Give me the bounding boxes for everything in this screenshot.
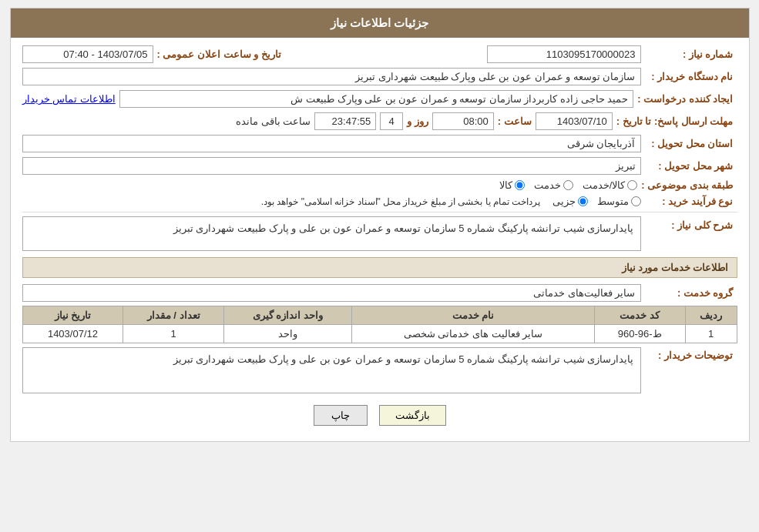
roz-value: 4 xyxy=(380,112,403,130)
separator-1 xyxy=(22,212,737,212)
radio-motavasset[interactable] xyxy=(631,196,641,206)
saat-baqi-label: ساعت باقی مانده xyxy=(236,115,311,127)
row-ostan: استان محل تحویل : آذربایجان شرقی xyxy=(22,135,737,152)
table-body: 1 ط-96-960 سایر فعالیت های خدماتی شخصی و… xyxy=(22,325,737,343)
row-tawzihat: توضیحات خریدار : پایدارسازی شیب ترانشه پ… xyxy=(22,347,737,393)
cell-name: سایر فعالیت های خدماتی شخصی xyxy=(352,325,595,343)
nam-dastgah-value: سازمان توسعه و عمران عون بن علی وپارک طب… xyxy=(22,68,641,85)
shomare-niaz-value: 1103095170000023 xyxy=(487,45,641,63)
tarikh-aelaan-value: 1403/07/05 - 07:40 xyxy=(22,45,153,63)
tawzihat-value: پایدارسازی شیب ترانشه پارکینگ شماره 5 سا… xyxy=(22,347,641,393)
shahr-value: تبریز xyxy=(22,157,641,175)
print-button[interactable]: چاپ xyxy=(314,405,368,426)
shahr-label: شهر محل تحویل : xyxy=(645,160,737,172)
gorohe-khedmat-value: سایر فعالیت‌های خدماتی xyxy=(22,284,641,302)
button-row: بازگشت چاپ xyxy=(22,405,737,426)
page-header: جزئیات اطلاعات نیاز xyxy=(11,8,749,38)
farayand-radio-group: متوسط جزیی xyxy=(552,196,641,207)
page-title: جزئیات اطلاعات نیاز xyxy=(331,16,428,29)
sharh-value: پایدارسازی شیب ترانشه پارکینگ شماره 5 سا… xyxy=(22,216,641,251)
ijad-konande-value: حمید حاجی زاده کاربرداز سازمان توسعه و ع… xyxy=(119,90,634,108)
row-shomare-tarikh: شماره نیاز : 1103095170000023 تاریخ و سا… xyxy=(22,45,737,63)
tabaqe-radio-group: کالا/خدمت خدمت کالا xyxy=(499,179,638,191)
cell-date: 1403/07/12 xyxy=(22,325,123,343)
note-text: پرداخت تمام یا بخشی از مبلغ خریداز محل "… xyxy=(22,196,541,207)
tawzihat-label: توضیحات خریدار : xyxy=(645,347,737,361)
ettelaat-tamas-link[interactable]: اطلاعات تماس خریدار xyxy=(22,93,116,105)
tarikh-saat-label: تاریخ و ساعت اعلان عمومی : xyxy=(157,49,285,60)
col-name: نام خدمت xyxy=(352,306,595,325)
col-date: تاریخ نیاز xyxy=(22,306,123,325)
tabaqe-label: طبقه بندی موضوعی : xyxy=(641,179,737,191)
ostan-label: استان محل تحویل : xyxy=(645,138,737,149)
row-nooe-farayand: نوع فرآیند خرید : متوسط جزیی پرداخت تمام… xyxy=(22,196,737,207)
radio-jozii[interactable] xyxy=(578,196,588,206)
radio-kala-label: کالا xyxy=(499,179,512,191)
row-gorohe-khedmat: گروه خدمت : سایر فعالیت‌های خدماتی xyxy=(22,284,737,302)
col-code: کد خدمت xyxy=(594,306,685,325)
row-nam-dastgah: نام دستگاه خریدار : سازمان توسعه و عمران… xyxy=(22,68,737,85)
radio-khedmat-item: خدمت xyxy=(534,179,573,191)
gorohe-khedmat-label: گروه خدمت : xyxy=(645,287,737,299)
khadamat-section-title: اطلاعات خدمات مورد نیاز xyxy=(22,257,737,278)
table-header: ردیف کد خدمت نام خدمت واحد اندازه گیری ت… xyxy=(22,306,737,325)
saat-baqi-value: 23:47:55 xyxy=(314,112,376,130)
back-button[interactable]: بازگشت xyxy=(379,405,446,426)
radio-khedmat-label: خدمت xyxy=(534,179,561,191)
col-radif: ردیف xyxy=(685,306,737,325)
radio-khedmat[interactable] xyxy=(563,180,573,190)
radio-kala-item: کالا xyxy=(499,179,525,191)
table-row: 1 ط-96-960 سایر فعالیت های خدماتی شخصی و… xyxy=(22,325,737,343)
row-shahr: شهر محل تحویل : تبریز xyxy=(22,157,737,175)
row-mohlat: مهلت ارسال پاسخ: تا تاریخ : 1403/07/10 س… xyxy=(22,112,737,130)
ostan-value: آذربایجان شرقی xyxy=(22,135,641,152)
tarikh-deadline: 1403/07/10 xyxy=(536,112,613,130)
main-container: جزئیات اطلاعات نیاز شماره نیاز : 1103095… xyxy=(10,8,750,442)
sharh-label: شرح کلی نیاز : xyxy=(645,216,737,231)
radio-kala-khedmat-label: کالا/خدمت xyxy=(583,179,626,191)
row-sharh: شرح کلی نیاز : پایدارسازی شیب ترانشه پار… xyxy=(22,216,737,251)
khadamat-table: ردیف کد خدمت نام خدمت واحد اندازه گیری ت… xyxy=(22,306,737,343)
row-ijad-konande: ایجاد کننده درخواست : حمید حاجی زاده کار… xyxy=(22,90,737,108)
cell-radif: 1 xyxy=(685,325,737,343)
cell-unit: واحد xyxy=(223,325,351,343)
content-area: شماره نیاز : 1103095170000023 تاریخ و سا… xyxy=(11,38,749,441)
radio-motavasset-label: متوسط xyxy=(597,196,629,207)
radio-jozii-label: جزیی xyxy=(552,196,576,207)
radio-kala[interactable] xyxy=(515,180,525,190)
saat-value: 08:00 xyxy=(432,112,494,130)
radio-kala-khedmat[interactable] xyxy=(627,180,637,190)
radio-kala-khedmat-item: کالا/خدمت xyxy=(583,179,638,191)
khadamat-section: گروه خدمت : سایر فعالیت‌های خدماتی ردیف … xyxy=(22,284,737,343)
col-count: تعداد / مقدار xyxy=(123,306,223,325)
nam-dastgah-label: نام دستگاه خریدار : xyxy=(645,71,737,82)
nooe-farayand-label: نوع فرآیند خرید : xyxy=(645,196,737,207)
row-tabaqe: طبقه بندی موضوعی : کالا/خدمت خدمت کالا xyxy=(22,179,737,191)
saat-label: ساعت : xyxy=(498,115,532,127)
cell-code: ط-96-960 xyxy=(594,325,685,343)
shomare-niaz-label: شماره نیاز : xyxy=(645,49,737,60)
radio-motavasset-item: متوسط xyxy=(597,196,641,207)
roz-label: روز و xyxy=(407,115,428,127)
col-unit: واحد اندازه گیری xyxy=(223,306,351,325)
cell-count: 1 xyxy=(123,325,223,343)
mohlat-label: مهلت ارسال پاسخ: تا تاریخ : xyxy=(616,115,737,127)
radio-jozii-item: جزیی xyxy=(552,196,588,207)
ijad-konande-label: ایجاد کننده درخواست : xyxy=(637,93,737,105)
